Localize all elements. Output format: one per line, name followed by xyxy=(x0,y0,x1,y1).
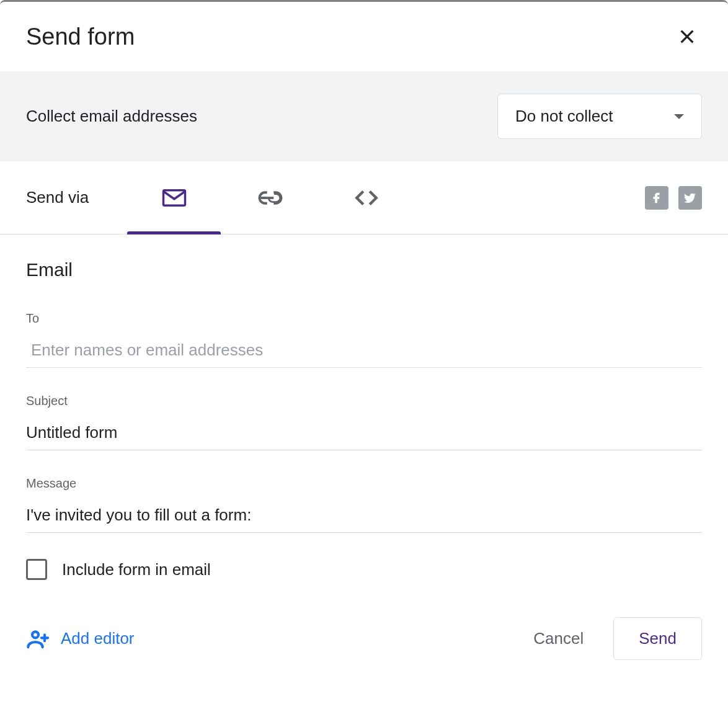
include-form-checkbox[interactable] xyxy=(26,559,47,580)
email-section-title: Email xyxy=(26,259,702,280)
tab-embed[interactable] xyxy=(318,161,414,234)
send-via-tabs xyxy=(126,161,414,234)
message-input[interactable] xyxy=(26,501,702,533)
dialog-title: Send form xyxy=(26,24,135,50)
tab-email[interactable] xyxy=(126,161,222,234)
subject-label: Subject xyxy=(26,394,702,408)
include-form-label: Include form in email xyxy=(62,560,211,579)
email-icon xyxy=(161,185,187,211)
chevron-down-icon xyxy=(674,114,684,119)
twitter-icon xyxy=(683,191,697,205)
facebook-icon xyxy=(650,191,664,205)
message-field-group: Message xyxy=(26,476,702,533)
send-via-row: Send via xyxy=(0,161,728,234)
add-editor-button[interactable]: Add editor xyxy=(26,627,135,651)
close-button[interactable] xyxy=(672,22,702,51)
include-form-row: Include form in email xyxy=(26,559,702,580)
collect-email-row: Collect email addresses Do not collect xyxy=(0,71,728,161)
link-icon xyxy=(257,185,283,211)
add-editor-label: Add editor xyxy=(61,629,135,648)
send-form-dialog: Send form Collect email addresses Do not… xyxy=(0,0,728,727)
cancel-button[interactable]: Cancel xyxy=(516,619,601,658)
close-icon xyxy=(677,27,697,47)
dialog-header: Send form xyxy=(0,2,728,71)
email-section: Email To Subject Message Include form in… xyxy=(0,234,728,580)
embed-icon xyxy=(353,185,380,211)
svg-point-3 xyxy=(32,631,38,638)
collect-email-dropdown[interactable]: Do not collect xyxy=(497,94,702,139)
message-label: Message xyxy=(26,476,702,491)
to-label: To xyxy=(26,311,702,326)
tab-link[interactable] xyxy=(222,161,318,234)
dialog-footer: Add editor Cancel Send xyxy=(0,580,728,685)
facebook-share-button[interactable] xyxy=(645,186,668,210)
send-via-label: Send via xyxy=(26,188,89,207)
to-input[interactable] xyxy=(26,336,702,368)
subject-input[interactable] xyxy=(26,418,702,450)
social-share-group xyxy=(645,186,702,210)
dropdown-selected-value: Do not collect xyxy=(515,107,613,126)
person-add-icon xyxy=(26,627,51,651)
twitter-share-button[interactable] xyxy=(678,186,702,210)
to-field-group: To xyxy=(26,311,702,368)
subject-field-group: Subject xyxy=(26,394,702,450)
collect-email-label: Collect email addresses xyxy=(26,107,197,126)
send-button[interactable]: Send xyxy=(613,617,702,660)
